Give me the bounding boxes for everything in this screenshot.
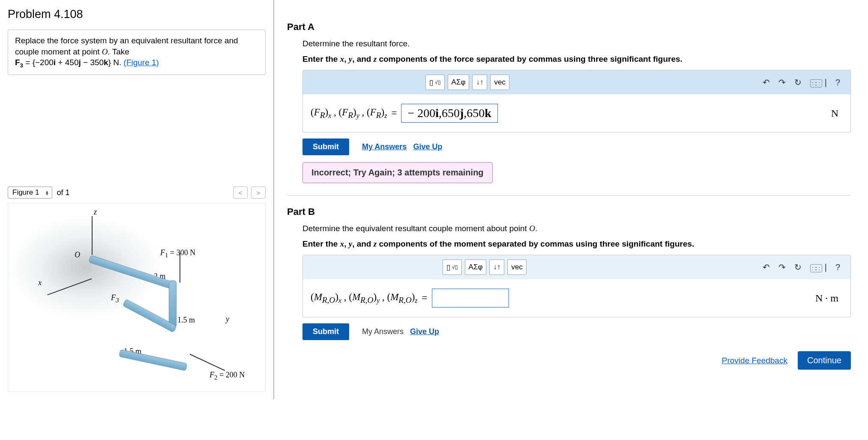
partB-giveup-link[interactable]: Give Up — [410, 327, 439, 336]
partB-line1: Determine the equivalent resultant coupl… — [302, 224, 851, 233]
redo-icon[interactable]: ↷ — [776, 75, 788, 89]
partB-line2: Enter the x, y, and z components of the … — [302, 239, 851, 249]
problem-description: Replace the force system by an equivalen… — [8, 30, 266, 75]
figure-prev-button[interactable]: < — [233, 187, 248, 199]
partA-lhs: (FR)x , (FR)y , (FR)z — [311, 107, 387, 120]
continue-button[interactable]: Continue — [798, 351, 851, 370]
axis-z: z — [94, 208, 97, 217]
partB-submit-button[interactable]: Submit — [302, 323, 349, 340]
dim-15a: 1.5 m — [177, 316, 195, 325]
partB-answer-input[interactable] — [432, 289, 509, 307]
subscript-button[interactable]: ↓↑ — [472, 75, 487, 90]
partB-answer-row: (MR,O)x , (MR,O)y , (MR,O)z = N · m — [303, 279, 850, 317]
partB-answer-box: ▯√▯ ΑΣφ ↓↑ vec ↶ ↷ ↻ ⸬⸬ | ? (MR,O)x , (M… — [302, 255, 851, 317]
separator — [287, 195, 851, 196]
partA-submit-row: Submit My Answers Give Up — [302, 139, 851, 155]
keyboard-icon[interactable]: ⸬⸬ | — [808, 76, 829, 89]
partA-header: Part A — [287, 21, 851, 33]
subscript-button-b[interactable]: ↓↑ — [489, 259, 504, 275]
equals: = — [391, 108, 397, 119]
partB-toolbar: ▯√▯ ΑΣφ ↓↑ vec ↶ ↷ ↻ ⸬⸬ | ? — [303, 255, 850, 279]
figure-next-button[interactable]: > — [251, 187, 266, 199]
partA-unit: N — [831, 108, 843, 119]
footer-row: Provide Feedback Continue — [287, 351, 851, 370]
force-f3: F3 — [111, 293, 119, 304]
partA-answer-input[interactable]: − 200i,650 j ,650k — [401, 104, 497, 123]
partB-header: Part B — [287, 206, 851, 217]
figure-select-label: Figure 1 — [12, 188, 39, 197]
partA-giveup-link[interactable]: Give Up — [413, 142, 442, 151]
greek-button-b[interactable]: ΑΣφ — [465, 259, 487, 275]
partB-submit-row: Submit My Answers Give Up — [302, 323, 851, 340]
templates-button-b[interactable]: ▯√▯ — [443, 259, 462, 275]
desc-take: . Take — [108, 47, 129, 56]
partB-myanswers-link[interactable]: My Answers — [362, 327, 404, 336]
updown-icon: ▴▾ — [46, 190, 48, 195]
templates-button[interactable]: ▯√▯ — [425, 75, 445, 90]
partA-myanswers-link[interactable]: My Answers — [362, 142, 407, 151]
undo-icon[interactable]: ↶ — [760, 75, 772, 89]
figure-select[interactable]: Figure 1 ▴▾ — [8, 187, 52, 199]
figure-image: z x y O F1 = 300 N F2 = 200 N F3 2 m 1.5… — [8, 203, 266, 392]
vec-button-b[interactable]: vec — [507, 259, 526, 275]
figure-count: of 1 — [57, 188, 69, 197]
figure-nav: < > — [233, 187, 266, 199]
partA-toolbar: ▯√▯ ΑΣφ ↓↑ vec ↶ ↷ ↻ ⸬⸬ | ? — [303, 70, 850, 94]
force-f2: F2 = 200 N — [210, 371, 245, 381]
force-f1: F1 = 300 N — [160, 248, 195, 259]
vec-button[interactable]: vec — [490, 75, 509, 90]
f3-value: = {−200i + 450j − 350k} N. — [23, 58, 124, 67]
partB-lhs: (MR,O)x , (MR,O)y , (MR,O)z — [311, 292, 418, 305]
equals-b: = — [422, 292, 428, 304]
greek-button[interactable]: ΑΣφ — [448, 75, 470, 90]
axis-y: y — [226, 315, 229, 324]
partA-line2: Enter the x, y, and z components of the … — [302, 54, 851, 64]
partB-unit: N · m — [815, 292, 843, 304]
problem-title: Problem 4.108 — [8, 8, 266, 21]
figure-bar: Figure 1 ▴▾ of 1 < > — [8, 187, 266, 199]
origin-o: O — [75, 250, 80, 259]
partA-answer-box: ▯√▯ ΑΣφ ↓↑ vec ↶ ↷ ↻ ⸬⸬ | ? (FR)x , (FR)… — [302, 70, 851, 133]
figure-link[interactable]: (Figure 1) — [124, 58, 159, 67]
redo-icon-b[interactable]: ↷ — [776, 260, 788, 274]
reset-icon[interactable]: ↻ — [792, 75, 804, 89]
partA-answer-row: (FR)x , (FR)y , (FR)z = − 200i,650 j ,65… — [303, 94, 850, 132]
keyboard-icon-b[interactable]: ⸬⸬ | — [808, 261, 829, 274]
partA-line1: Determine the resultant force. — [302, 39, 851, 48]
provide-feedback-link[interactable]: Provide Feedback — [722, 356, 787, 365]
right-panel: Part A Determine the resultant force. En… — [274, 0, 868, 399]
partA-submit-button[interactable]: Submit — [302, 139, 349, 155]
help-icon[interactable]: ? — [833, 76, 843, 89]
point-o: O — [102, 47, 108, 56]
undo-icon-b[interactable]: ↶ — [760, 260, 772, 274]
f3-label: F3 — [15, 58, 23, 67]
axis-x: x — [38, 278, 42, 287]
reset-icon-b[interactable]: ↻ — [792, 260, 804, 274]
help-icon-b[interactable]: ? — [833, 261, 843, 274]
left-panel: Problem 4.108 Replace the force system b… — [0, 0, 274, 399]
partA-feedback: Incorrect; Try Again; 3 attempts remaini… — [302, 162, 493, 183]
